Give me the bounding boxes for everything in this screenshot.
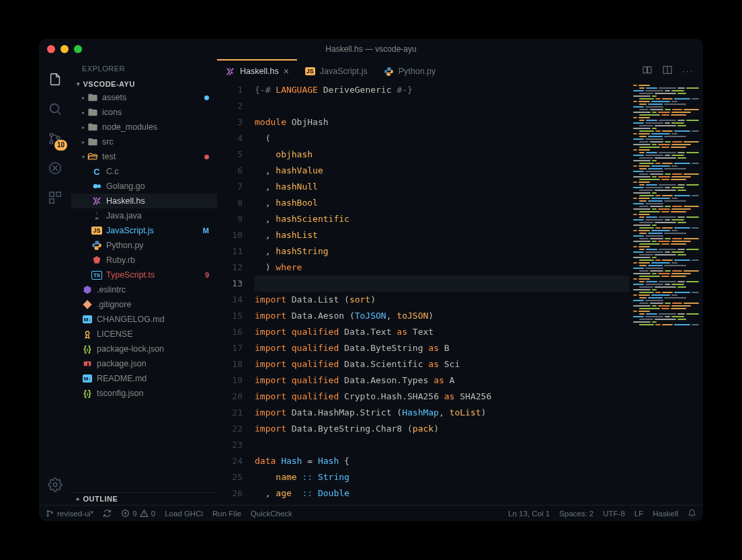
indentation-status[interactable]: Spaces: 2: [559, 510, 593, 518]
editor-area: Haskell.hs×JSJavaScript.jsPython.py ··· …: [217, 59, 703, 505]
tree-item-label: C.c: [106, 167, 209, 176]
cursor-position-status[interactable]: Ln 13, Col 1: [508, 510, 550, 518]
svg-rect-7: [50, 199, 54, 203]
status-action-load-ghci[interactable]: Load GHCi: [165, 510, 203, 518]
tree-item-package-lock-json[interactable]: {i}package-lock.json: [71, 342, 217, 356]
svg-point-3: [56, 136, 60, 140]
tree-item-ruby-rb[interactable]: Ruby.rb: [71, 253, 217, 268]
folder-icon: [87, 92, 98, 103]
tree-item-label: tsconfig.json: [97, 389, 209, 398]
more-actions-icon[interactable]: ···: [682, 66, 694, 76]
search-icon[interactable]: [39, 94, 71, 124]
tab-actions: ···: [632, 59, 703, 82]
debug-icon[interactable]: [39, 153, 71, 183]
tab-javascript-js[interactable]: JSJavaScript.js: [297, 59, 376, 82]
tree-item-python-py[interactable]: Python.py: [71, 238, 217, 253]
md-icon: M↓: [82, 373, 93, 384]
java-icon: [91, 210, 102, 221]
tree-item-src[interactable]: src: [71, 134, 217, 149]
maximize-window-button[interactable]: [74, 45, 82, 53]
tab-python-py[interactable]: Python.py: [376, 59, 444, 82]
eol-status[interactable]: LF: [634, 510, 643, 518]
tree-item-java-java[interactable]: Java.java: [71, 208, 217, 223]
folder-icon: [87, 107, 98, 118]
language-mode-status[interactable]: Haskell: [653, 510, 678, 518]
svg-point-2: [50, 141, 53, 144]
tree-item-haskell-hs[interactable]: Haskell.hs: [71, 194, 217, 208]
tree-item-assets[interactable]: assets: [71, 90, 217, 105]
line-numbers-gutter: 1234567891011121314151617181920212223242…: [217, 82, 255, 505]
status-action-quickcheck[interactable]: QuickCheck: [251, 510, 292, 518]
decoration-dot: [204, 155, 209, 159]
sync-status[interactable]: [103, 509, 112, 518]
json-icon: {i}: [82, 388, 93, 399]
folder-icon: [87, 136, 98, 147]
git-branch-status[interactable]: revised-ui*: [46, 509, 93, 518]
haskell-icon: [225, 67, 235, 77]
tree-item--gitignore[interactable]: .gitignore: [71, 297, 217, 312]
git-icon: [82, 299, 93, 310]
folder-open-icon: [87, 151, 98, 162]
minimize-window-button[interactable]: [60, 45, 69, 53]
tree-item-label: src: [102, 137, 209, 147]
tree-item-icons[interactable]: icons: [71, 105, 217, 120]
workspace-section-header[interactable]: VSCODE-AYU: [71, 78, 217, 90]
go-icon: [91, 181, 102, 192]
bell-icon[interactable]: [688, 509, 696, 518]
tree-item-c-c[interactable]: CC.c: [71, 164, 217, 179]
close-tab-icon[interactable]: ×: [284, 66, 289, 77]
rb-icon: [91, 255, 102, 266]
tree-item-license[interactable]: LICENSE: [71, 327, 217, 342]
tree-item-label: CHANGELOG.md: [97, 315, 209, 324]
haskell-icon: [91, 196, 102, 206]
settings-gear-icon[interactable]: [39, 470, 71, 499]
tree-item-label: icons: [102, 108, 209, 117]
svg-rect-15: [648, 67, 651, 73]
tree-item-test[interactable]: test: [71, 149, 217, 164]
tree-item-label: .eslintrc: [97, 285, 209, 294]
explorer-icon[interactable]: [39, 65, 71, 94]
tree-item-label: node_modules: [102, 122, 209, 132]
sidebar: EXPLORER VSCODE-AYU assetsiconsnode_modu…: [71, 59, 217, 505]
outline-section-header[interactable]: OUTLINE: [71, 492, 217, 505]
problems-status[interactable]: 9 0: [121, 509, 155, 518]
decoration-badge: 9: [205, 271, 209, 279]
minimap[interactable]: [629, 82, 703, 505]
status-action-run-file[interactable]: Run File: [212, 510, 241, 518]
extensions-icon[interactable]: [39, 183, 71, 212]
tree-item-golang-go[interactable]: Golang.go: [71, 179, 217, 194]
tree-item-changelog-md[interactable]: M↓CHANGELOG.md: [71, 312, 217, 327]
tree-item-tsconfig-json[interactable]: {i}tsconfig.json: [71, 386, 217, 401]
encoding-status[interactable]: UTF-8: [603, 510, 625, 518]
code-editor[interactable]: 1234567891011121314151617181920212223242…: [217, 82, 629, 505]
source-control-icon[interactable]: 10: [39, 124, 71, 153]
svg-point-9: [93, 184, 98, 189]
compare-changes-icon[interactable]: [642, 65, 653, 77]
svg-point-10: [97, 184, 101, 188]
tree-item--eslintrc[interactable]: .eslintrc: [71, 282, 217, 297]
tree-item-node-modules[interactable]: node_modules: [71, 120, 217, 134]
tab-label: Python.py: [399, 67, 436, 76]
npm-icon: [82, 358, 93, 369]
tree-item-javascript-js[interactable]: JSJavaScript.jsM: [71, 223, 217, 238]
license-icon: [82, 329, 93, 339]
close-window-button[interactable]: [47, 45, 55, 53]
js-icon: JS: [91, 225, 102, 236]
sidebar-title: EXPLORER: [71, 59, 217, 78]
split-editor-icon[interactable]: [662, 65, 673, 77]
eslint-icon: [82, 284, 93, 295]
tree-item-readme-md[interactable]: M↓README.md: [71, 371, 217, 386]
tree-item-label: Golang.go: [106, 182, 209, 191]
tree-item-label: LICENSE: [97, 329, 209, 339]
svg-point-1: [50, 133, 53, 136]
tab-bar: Haskell.hs×JSJavaScript.jsPython.py ···: [217, 59, 703, 82]
svg-point-8: [53, 483, 57, 487]
tree-item-package-json[interactable]: package.json: [71, 356, 217, 371]
tab-haskell-hs[interactable]: Haskell.hs×: [217, 59, 297, 82]
traffic-lights: [39, 45, 82, 53]
code-content[interactable]: {-# LANGUAGE DeriveGeneric #-} module Ob…: [255, 82, 629, 505]
tree-item-typescript-ts[interactable]: TSTypeScript.ts9: [71, 268, 217, 282]
tab-label: JavaScript.js: [320, 67, 368, 76]
svg-rect-6: [56, 192, 60, 196]
file-tree: assetsiconsnode_modulessrctestCC.cGolang…: [71, 90, 217, 492]
